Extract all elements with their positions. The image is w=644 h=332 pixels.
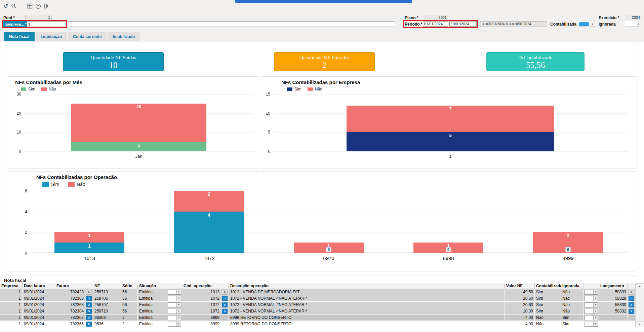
cell-data-fatura: 09/01/2024: [23, 295, 55, 301]
open-lancamento-button[interactable]: >: [629, 302, 634, 307]
open-fatura-button[interactable]: >: [86, 322, 92, 327]
gridline: [30, 191, 628, 191]
chart-legend: SimNão: [287, 87, 322, 91]
cell-nf: 258713: [93, 289, 121, 295]
table-row: 109/01/2024782363>25870656Emitida▼1072>1…: [0, 295, 635, 302]
ignorada-dropdown[interactable]: ▼: [585, 290, 598, 295]
legend-item: Não: [68, 182, 85, 187]
x-category-label: 6970: [269, 255, 389, 261]
column-header: [584, 283, 599, 289]
cell-nf: 96369: [93, 315, 121, 321]
ignorada-select[interactable]: ▼: [625, 21, 641, 27]
help-icon[interactable]: ?: [34, 2, 42, 10]
cell-descricao: 8999 RETORNO DO CONSERTO: [229, 321, 505, 327]
situacao-dropdown[interactable]: ▼: [168, 309, 181, 314]
periodo-to-input[interactable]: 10/01/2024: [449, 21, 477, 27]
legend-swatch: [287, 87, 292, 91]
gridline: [30, 212, 628, 212]
situacao-dropdown[interactable]: ▼: [168, 296, 181, 301]
open-operacao-button[interactable]: >: [222, 309, 228, 314]
legend-swatch: [21, 87, 26, 91]
legend-swatch: [68, 182, 75, 187]
plano-label: Plano *: [405, 15, 418, 20]
tab-liquida-o[interactable]: Liquidação: [36, 32, 67, 41]
tab-nota-fiscal[interactable]: Nota fiscal: [4, 32, 35, 41]
open-fatura-button[interactable]: >: [86, 315, 92, 320]
x-category-label: 1: [273, 154, 628, 159]
empresa-button[interactable]: Empresa... *: [3, 21, 29, 27]
table-row: 109/01/2024782384>25871056Emitida▼1072>1…: [0, 308, 635, 315]
empresa-input[interactable]: 1: [27, 21, 395, 27]
cell-cod-operacao: 1072: [182, 308, 221, 314]
cell-valor-nf: 20,60: [505, 302, 535, 308]
open-operacao-button[interactable]: >: [222, 290, 228, 295]
table-row: 109/01/2024782367>963692Emitida▼89998999…: [0, 315, 635, 321]
open-lancamento-button[interactable]: >: [629, 290, 634, 295]
cell-nf: 258710: [93, 308, 121, 314]
column-header: NF: [93, 283, 121, 289]
cell-empresa: 1: [0, 289, 23, 295]
open-fatura-button[interactable]: >: [86, 302, 92, 307]
open-lancamento-button[interactable]: >: [629, 296, 634, 301]
bar-value-label: 5: [347, 133, 555, 138]
cell-valor-nf: 20,60: [505, 295, 535, 301]
tab-conta-corrente[interactable]: Conta corrente: [68, 32, 107, 41]
cell-cod-operacao: 8999: [182, 315, 221, 321]
y-tick-label: 4: [25, 209, 27, 214]
ignorada-dropdown[interactable]: ▼: [585, 315, 598, 320]
open-fatura-button[interactable]: >: [86, 290, 92, 295]
zero-value: 0: [446, 247, 451, 252]
exit-icon[interactable]: [42, 2, 50, 10]
exercicio-input[interactable]: 2024: [625, 15, 641, 20]
legend-item: Sim: [21, 87, 35, 91]
cell-cod-operacao: 1072: [182, 302, 221, 308]
contabilizada-select[interactable]: ▼: [578, 21, 595, 27]
grid-icon[interactable]: [26, 2, 34, 10]
cell-fatura: 782423: [55, 289, 85, 295]
cell-lancamento: [599, 315, 628, 321]
dropdown-cell: ▼: [167, 289, 182, 295]
pool-input[interactable]: 1: [26, 15, 51, 20]
cell-serie: 56: [121, 289, 138, 295]
cell-serie: 56: [121, 308, 138, 314]
column-header: [221, 283, 229, 289]
button-cell: [628, 315, 635, 321]
kpi-value: 55,56: [487, 61, 584, 70]
bar-segment: 20: [71, 104, 206, 142]
scroll-down-icon[interactable]: ▼: [636, 322, 644, 327]
column-header: Contabilizada: [535, 283, 561, 289]
chart-title: NFs Contabilizadas por Mês: [15, 79, 82, 85]
open-fatura-button[interactable]: >: [86, 309, 92, 314]
chevron-down-icon: ▼: [176, 303, 181, 307]
undo-icon[interactable]: ↺: [2, 2, 9, 10]
dropdown-cell: ▼: [584, 308, 599, 314]
situacao-dropdown[interactable]: ▼: [168, 315, 181, 320]
cell-serie: 2: [121, 315, 138, 321]
button-cell: [221, 321, 229, 327]
scroll-up-icon[interactable]: ▲: [636, 283, 644, 289]
periodo-from-input[interactable]: 01/01/2024: [423, 21, 448, 27]
search-icon[interactable]: [10, 2, 17, 10]
cell-empresa: 1: [0, 295, 23, 301]
ignorada-dropdown[interactable]: ▼: [585, 296, 598, 301]
column-header: Série: [121, 283, 138, 289]
chart-nfs-por-empresa: NFs Contabilizadas por EmpresaSimNão0510…: [261, 76, 637, 169]
tab-imobilizado[interactable]: Imobilizado: [108, 32, 140, 41]
ignorada-dropdown[interactable]: ▼: [585, 322, 598, 327]
bar-value-label: 7: [347, 106, 555, 111]
situacao-dropdown[interactable]: ▼: [168, 322, 181, 327]
ignorada-dropdown[interactable]: ▼: [585, 309, 598, 314]
cell-data-fatura: 09/01/2024: [23, 302, 55, 308]
chevron-down-icon: ▼: [176, 290, 181, 294]
column-header: [628, 283, 635, 289]
open-lancamento-button[interactable]: >: [629, 309, 634, 314]
situacao-dropdown[interactable]: ▼: [168, 290, 181, 295]
plano-input[interactable]: 2021: [423, 15, 448, 20]
ignorada-dropdown[interactable]: ▼: [585, 302, 598, 307]
cell-nf: 9636: [93, 321, 121, 327]
table-scrollbar[interactable]: ▲ ▼: [635, 283, 644, 327]
open-fatura-button[interactable]: >: [86, 296, 92, 301]
situacao-dropdown[interactable]: ▼: [168, 302, 181, 307]
open-operacao-button[interactable]: >: [222, 296, 228, 301]
open-operacao-button[interactable]: >: [222, 302, 228, 307]
